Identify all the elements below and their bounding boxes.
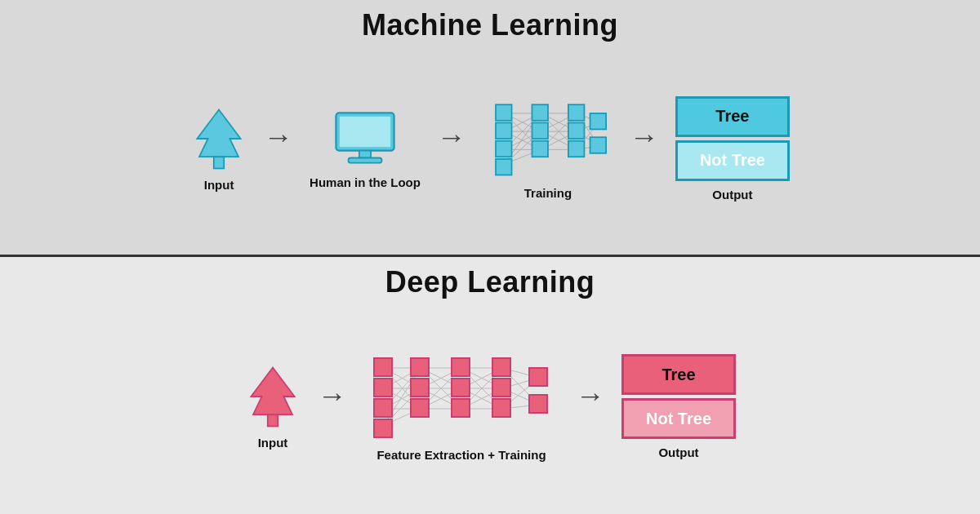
dl-neural-net-icon <box>363 352 559 441</box>
ml-arrow-1: → <box>264 122 293 152</box>
ml-output-not-tree: Not Tree <box>675 140 790 181</box>
ml-human-label: Human in the Loop <box>310 175 421 189</box>
svg-rect-4 <box>359 151 371 158</box>
dl-arrow-1: → <box>318 381 347 410</box>
monitor-icon <box>332 108 398 169</box>
svg-rect-35 <box>496 140 512 157</box>
ml-output-label: Output <box>712 188 752 202</box>
svg-marker-45 <box>251 367 294 414</box>
svg-rect-34 <box>496 122 512 139</box>
ml-output-boxes: Tree Not Tree <box>675 96 790 181</box>
svg-rect-96 <box>529 368 547 386</box>
deep-learning-section: Deep Learning Input → <box>0 257 980 514</box>
svg-rect-46 <box>268 414 278 426</box>
machine-learning-flow: Input → Human in the Loop → <box>190 51 790 246</box>
dl-input-label: Input <box>258 436 288 450</box>
dl-output-item: Tree Not Tree Output <box>621 354 736 459</box>
svg-rect-95 <box>492 399 510 417</box>
svg-rect-91 <box>452 379 470 397</box>
ml-training-label: Training <box>524 186 572 200</box>
svg-rect-92 <box>452 399 470 417</box>
ml-arrow-2: → <box>437 122 466 152</box>
ml-training-item: Training <box>483 98 613 200</box>
svg-rect-3 <box>340 117 390 147</box>
svg-rect-85 <box>374 399 392 417</box>
ml-output-item: Tree Not Tree Output <box>675 96 790 202</box>
svg-rect-42 <box>568 140 585 157</box>
dl-output-label: Output <box>658 445 698 459</box>
svg-rect-93 <box>492 358 510 376</box>
svg-rect-38 <box>532 122 548 139</box>
svg-rect-1 <box>214 157 224 168</box>
dl-output-tree: Tree <box>621 354 736 395</box>
svg-rect-44 <box>590 137 606 153</box>
svg-rect-88 <box>411 379 429 397</box>
machine-learning-section: Machine Learning Input → <box>0 0 980 257</box>
dl-training-item: Feature Extraction + Training <box>363 352 559 462</box>
svg-rect-87 <box>411 358 429 376</box>
deep-learning-flow: Input → <box>244 308 736 506</box>
ml-input-label: Input <box>204 178 234 192</box>
svg-rect-90 <box>452 358 470 376</box>
ml-neural-net-icon <box>483 98 613 179</box>
svg-rect-94 <box>492 379 510 397</box>
svg-rect-37 <box>532 104 548 121</box>
dl-arrow-2: → <box>576 381 605 410</box>
blue-tree-icon <box>190 106 247 171</box>
svg-rect-33 <box>496 104 512 121</box>
dl-training-label: Feature Extraction + Training <box>376 448 546 462</box>
ml-arrow-3: → <box>630 122 659 152</box>
machine-learning-title: Machine Learning <box>362 8 618 42</box>
ml-human-item: Human in the Loop <box>310 108 421 189</box>
svg-rect-39 <box>532 140 548 157</box>
dl-input-item: Input <box>244 364 301 450</box>
svg-rect-97 <box>529 395 547 413</box>
svg-rect-83 <box>374 358 392 376</box>
dl-output-not-tree: Not Tree <box>621 398 736 439</box>
deep-learning-title: Deep Learning <box>385 265 595 299</box>
svg-rect-86 <box>374 419 392 437</box>
ml-output-tree: Tree <box>675 96 790 137</box>
dl-output-boxes: Tree Not Tree <box>621 354 736 439</box>
svg-marker-0 <box>197 109 240 157</box>
svg-rect-5 <box>349 158 382 163</box>
svg-rect-43 <box>590 113 606 129</box>
svg-rect-41 <box>568 122 585 139</box>
ml-input-item: Input <box>190 106 247 192</box>
svg-rect-84 <box>374 379 392 397</box>
svg-rect-40 <box>568 104 585 121</box>
pink-tree-icon <box>244 364 301 429</box>
svg-rect-89 <box>411 399 429 417</box>
svg-rect-36 <box>496 158 512 175</box>
